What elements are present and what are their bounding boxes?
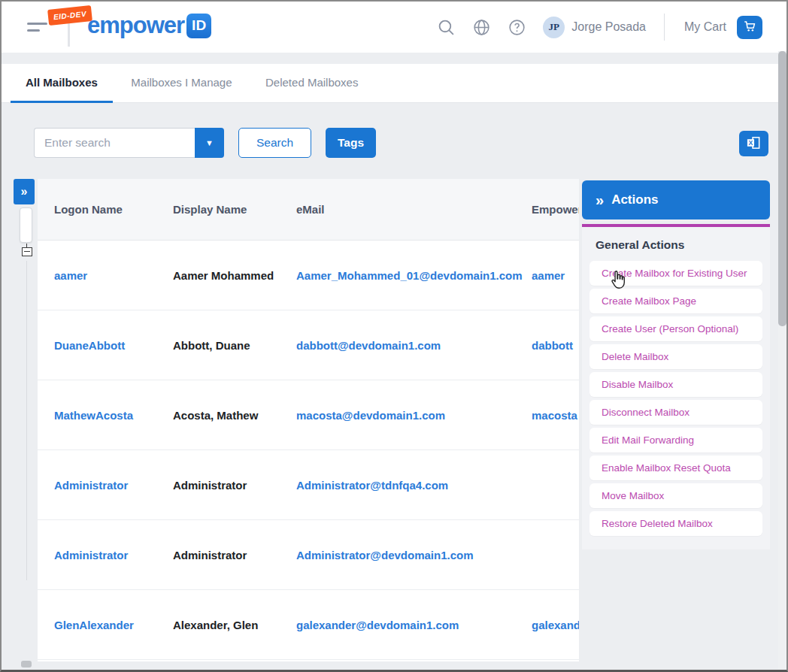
display-name-cell: Alexander, Glen <box>173 619 296 631</box>
tab-mailboxes-i-manage[interactable]: Mailboxes I Manage <box>116 64 247 103</box>
logon-name-link[interactable]: aamer <box>38 269 173 282</box>
table-row[interactable]: MathewAcosta Acosta, Mathew macosta@devd… <box>38 380 579 450</box>
action-restore-deleted-mailbox[interactable]: Restore Deleted Mailbox <box>589 511 762 536</box>
table-header-row: Logon Name Display Name eMail Empower <box>38 179 579 241</box>
actions-panel-body: General Actions Create Mailbox for Exist… <box>582 227 770 549</box>
logon-name-link[interactable]: GlenAlexander <box>38 619 173 631</box>
email-link[interactable]: dabbott@devdomain1.com <box>296 339 532 352</box>
header-divider <box>664 14 665 41</box>
action-disconnect-mailbox[interactable]: Disconnect Mailbox <box>589 400 762 425</box>
app-window: EID-DEV empower ID <box>2 2 786 670</box>
logon-name-link[interactable]: DuaneAbbott <box>38 339 173 352</box>
export-excel-button[interactable]: X <box>739 131 768 156</box>
email-link[interactable]: galexander@devdomain1.com <box>296 619 532 631</box>
left-rail-scrollbar-thumb[interactable] <box>20 207 32 243</box>
empower-login-cell[interactable]: aamer <box>532 269 579 282</box>
search-button[interactable]: Search <box>238 128 311 158</box>
display-name-cell: Administrator <box>173 479 296 492</box>
excel-icon: X <box>746 135 762 153</box>
mailboxes-table: Logon Name Display Name eMail Empower aa… <box>38 179 579 661</box>
left-rail-track <box>26 261 27 580</box>
search-input[interactable] <box>34 128 195 158</box>
tab-deleted-mailboxes[interactable]: Deleted Mailboxes <box>250 64 373 103</box>
display-name-cell: Acosta, Mathew <box>173 409 296 422</box>
app-header: EID-DEV empower ID <box>2 2 786 53</box>
badge-flag-pole <box>68 20 70 47</box>
double-chevron-right-icon: » <box>596 192 604 209</box>
environment-badge: EID-DEV <box>47 5 92 26</box>
col-header-logon-name[interactable]: Logon Name <box>38 203 173 216</box>
action-disable-mailbox[interactable]: Disable Mailbox <box>589 372 762 397</box>
logo-text: empower <box>87 12 184 39</box>
chevron-down-icon: ▼ <box>205 138 214 147</box>
email-link[interactable]: Administrator@devdomain1.com <box>296 549 532 562</box>
actions-panel-header[interactable]: » Actions <box>582 180 770 219</box>
empower-login-cell[interactable]: macosta <box>532 409 579 422</box>
logon-name-link[interactable]: Administrator <box>38 479 173 492</box>
empower-login-cell[interactable]: dabbott <box>532 339 579 352</box>
email-link[interactable]: Administrator@tdnfqa4.com <box>296 479 532 492</box>
table-row[interactable]: aamer Aamer Mohammed Aamer_Mohammed_01@d… <box>38 241 579 310</box>
expand-tree-panel-button[interactable]: » <box>14 179 35 204</box>
logon-name-link[interactable]: Administrator <box>38 549 173 562</box>
horizontal-scrollbar-thumb[interactable] <box>21 661 32 667</box>
search-icon[interactable] <box>436 17 456 37</box>
vertical-scrollbar-thumb[interactable] <box>778 51 786 326</box>
mailbox-tabs: All Mailboxes Mailboxes I Manage Deleted… <box>2 64 786 103</box>
cart-button[interactable] <box>737 16 762 39</box>
display-name-cell: Abbott, Duane <box>173 339 296 352</box>
table-row[interactable]: Administrator Administrator Administrato… <box>38 520 579 590</box>
col-header-display-name[interactable]: Display Name <box>173 203 296 216</box>
user-name[interactable]: Jorge Posada <box>571 20 646 34</box>
action-create-mailbox-for-existing-user[interactable]: Create Mailbox for Existing User <box>589 261 762 286</box>
vertical-scrollbar[interactable] <box>778 51 786 669</box>
display-name-cell: Administrator <box>173 549 296 562</box>
email-link[interactable]: Aamer_Mohammed_01@devdomain1.com <box>296 269 532 282</box>
col-header-empower[interactable]: Empower <box>532 203 579 216</box>
general-actions-heading: General Actions <box>589 237 762 261</box>
my-cart-label[interactable]: My Cart <box>684 20 726 34</box>
empowerid-logo[interactable]: empower ID <box>87 12 211 39</box>
globe-icon[interactable] <box>471 17 491 37</box>
display-name-cell: Aamer Mohammed <box>173 269 296 282</box>
table-row[interactable]: GlenAlexander Alexander, Glen galexander… <box>38 590 579 660</box>
search-group: ▼ <box>34 128 224 158</box>
table-row[interactable]: Administrator Administrator Administrato… <box>38 450 579 520</box>
action-move-mailbox[interactable]: Move Mailbox <box>589 483 762 508</box>
empower-login-cell[interactable]: galexander <box>532 619 579 631</box>
tree-collapse-icon[interactable] <box>21 244 33 259</box>
email-link[interactable]: macosta@devdomain1.com <box>296 409 532 422</box>
action-enable-mailbox-reset-quota[interactable]: Enable Mailbox Reset Quota <box>589 456 762 480</box>
search-options-dropdown-button[interactable]: ▼ <box>195 128 224 158</box>
action-create-user-person-optional[interactable]: Create User (Person Optional) <box>589 316 762 341</box>
tags-button[interactable]: Tags <box>326 128 376 158</box>
table-row[interactable]: DuaneAbbott Abbott, Duane dabbott@devdom… <box>38 310 579 380</box>
col-header-email[interactable]: eMail <box>296 203 532 216</box>
action-edit-mail-forwarding[interactable]: Edit Mail Forwarding <box>589 428 762 453</box>
action-create-mailbox-page[interactable]: Create Mailbox Page <box>589 289 762 313</box>
user-avatar[interactable]: JP <box>543 17 565 38</box>
action-delete-mailbox[interactable]: Delete Mailbox <box>589 344 762 369</box>
cart-icon <box>743 20 757 35</box>
logo-id-box: ID <box>186 14 211 38</box>
actions-panel-title: Actions <box>611 192 658 207</box>
tab-all-mailboxes[interactable]: All Mailboxes <box>11 64 113 103</box>
logon-name-link[interactable]: MathewAcosta <box>38 409 173 422</box>
actions-panel: » Actions General Actions Create Mailbox… <box>582 180 770 549</box>
svg-text:X: X <box>749 139 753 147</box>
hamburger-menu-icon[interactable] <box>27 23 47 32</box>
help-icon[interactable] <box>507 17 526 37</box>
double-chevron-right-icon: » <box>21 185 28 198</box>
